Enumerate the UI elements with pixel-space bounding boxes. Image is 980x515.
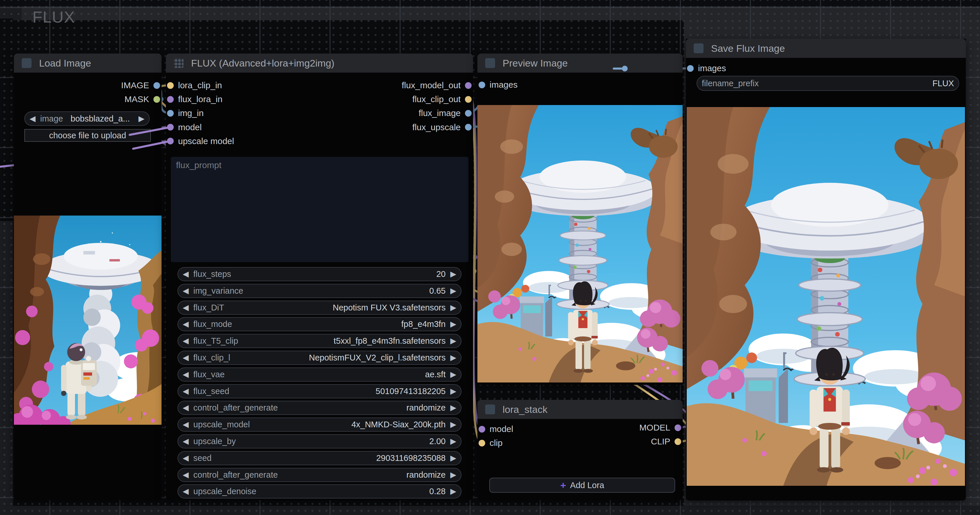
port-label: images	[490, 80, 518, 90]
decrement-arrow-icon[interactable]: ◀	[183, 320, 189, 328]
widget-seed-11[interactable]: ◀seed290311698235088▶	[177, 451, 461, 465]
widget-flux_seed-7[interactable]: ◀flux_seed501097413182205▶	[177, 384, 461, 398]
increment-arrow-icon[interactable]: ▶	[450, 454, 456, 462]
widget-upscale_by-10[interactable]: ◀upscale_by2.00▶	[177, 434, 461, 448]
widget-flux_T5_clip-4[interactable]: ◀flux_T5_clipt5xxl_fp8_e4m3fn.safetensor…	[177, 334, 461, 348]
increment-arrow-icon[interactable]: ▶	[450, 437, 456, 445]
prev-arrow-icon[interactable]: ◀	[30, 115, 36, 123]
increment-arrow-icon[interactable]: ▶	[450, 304, 456, 312]
increment-arrow-icon[interactable]: ▶	[450, 337, 456, 345]
node-save-flux-image[interactable]: Save Flux Image filename_prefix FLUX ima…	[686, 39, 966, 501]
collapse-icon[interactable]	[694, 43, 703, 53]
node-header[interactable]: Preview Image	[477, 54, 682, 73]
widget-flux_vae-6[interactable]: ◀flux_vaeae.sft▶	[177, 368, 461, 382]
increment-arrow-icon[interactable]: ▶	[450, 354, 456, 362]
decrement-arrow-icon[interactable]: ◀	[183, 354, 189, 362]
decrement-arrow-icon[interactable]: ◀	[183, 287, 189, 295]
purple-port-dot-icon[interactable]	[167, 96, 174, 103]
increment-arrow-icon[interactable]: ▶	[450, 371, 456, 379]
output-port-mask[interactable]: MASK	[124, 94, 160, 104]
widget-control_after_generate-12[interactable]: ◀control_after_generaterandomize▶	[177, 468, 461, 482]
input-port-model[interactable]: model	[479, 424, 513, 434]
widget-upscale_model-9[interactable]: ◀upscale_model4x_NMKD-Siax_200k.pth▶	[177, 417, 461, 432]
widget-img_variance-1[interactable]: ◀img_variance0.65▶	[177, 284, 461, 298]
input-port-model[interactable]: model	[167, 122, 202, 132]
output-port-image[interactable]: IMAGE	[121, 81, 160, 90]
next-arrow-icon[interactable]: ▶	[138, 115, 145, 123]
purple-port-dot-icon[interactable]	[675, 425, 681, 431]
purple-port-dot-icon[interactable]	[167, 124, 174, 130]
blue-port-dot-icon[interactable]	[465, 124, 472, 130]
decrement-arrow-icon[interactable]: ◀	[183, 454, 189, 462]
add-lora-button[interactable]: + Add Lora	[489, 478, 675, 493]
increment-arrow-icon[interactable]: ▶	[450, 488, 456, 495]
decrement-arrow-icon[interactable]: ◀	[183, 421, 189, 428]
output-port-flux_model_out[interactable]: flux_model_out	[402, 81, 472, 90]
widget-control_after_generate-8[interactable]: ◀control_after_generaterandomize▶	[177, 401, 461, 415]
node-header[interactable]: lora_stack	[477, 400, 682, 419]
input-port-lora_clip_in[interactable]: lora_clip_in	[167, 81, 222, 90]
image-selector[interactable]: ◀ image bobsblazed_a... ▶	[24, 111, 150, 126]
widget-upscale_denoise-13[interactable]: ◀upscale_denoise0.28▶	[177, 484, 461, 499]
yellow-port-dot-icon[interactable]	[167, 82, 174, 89]
comfyui-canvas[interactable]: FLUX	[0, 0, 980, 515]
increment-arrow-icon[interactable]: ▶	[450, 387, 456, 395]
green-port-dot-icon[interactable]	[153, 96, 160, 103]
input-port-clip[interactable]: clip	[479, 438, 503, 448]
blue-port-dot-icon[interactable]	[167, 110, 174, 117]
output-port-model[interactable]: MODEL	[639, 423, 681, 433]
purple-port-dot-icon[interactable]	[479, 426, 485, 433]
increment-arrow-icon[interactable]: ▶	[450, 404, 456, 412]
increment-arrow-icon[interactable]: ▶	[450, 287, 456, 295]
input-port-images[interactable]: images	[687, 63, 726, 73]
decrement-arrow-icon[interactable]: ◀	[183, 404, 189, 412]
decrement-arrow-icon[interactable]: ◀	[183, 437, 189, 445]
collapse-icon[interactable]	[485, 58, 495, 68]
node-header[interactable]: FLUX (Advanced+lora+img2img)	[166, 54, 473, 73]
input-port-upscale-model[interactable]: upscale model	[167, 136, 234, 146]
output-port-flux_upscale[interactable]: flux_upscale	[412, 122, 472, 132]
output-port-flux_clip_out[interactable]: flux_clip_out	[412, 94, 472, 104]
blue-port-dot-icon[interactable]	[153, 82, 160, 89]
decrement-arrow-icon[interactable]: ◀	[183, 371, 189, 379]
blue-port-dot-icon[interactable]	[465, 110, 472, 117]
input-port-flux_lora_in[interactable]: flux_lora_in	[167, 94, 222, 104]
node-header[interactable]: Load Image	[14, 54, 162, 73]
increment-arrow-icon[interactable]: ▶	[450, 320, 456, 328]
decrement-arrow-icon[interactable]: ◀	[183, 471, 189, 479]
purple-port-dot-icon[interactable]	[167, 138, 174, 144]
node-load-image[interactable]: Load Image ◀ image bobsblazed_a... ▶ cho…	[14, 54, 162, 500]
choose-file-button[interactable]: choose file to upload	[24, 129, 151, 142]
output-port-clip[interactable]: CLIP	[651, 437, 681, 447]
yellow-port-dot-icon[interactable]	[465, 96, 472, 103]
yellow-port-dot-icon[interactable]	[675, 438, 681, 445]
node-header[interactable]: Save Flux Image	[686, 39, 966, 58]
decrement-arrow-icon[interactable]: ◀	[183, 304, 189, 312]
node-preview-image[interactable]: Preview Image images	[477, 54, 682, 385]
node-lora-stack[interactable]: lora_stack + Add Lora modelclipMODELCLIP	[477, 400, 682, 500]
increment-arrow-icon[interactable]: ▶	[450, 471, 456, 479]
yellow-port-dot-icon[interactable]	[479, 440, 485, 447]
widget-flux_clip_l-5[interactable]: ◀flux_clip_lNepotismFUX_V2_clip_l.safete…	[177, 351, 461, 365]
input-port-images[interactable]: images	[479, 80, 518, 90]
input-port-img_in[interactable]: img_in	[167, 108, 204, 118]
blue-port-dot-icon[interactable]	[479, 82, 485, 88]
filename-prefix-widget[interactable]: filename_prefix FLUX	[697, 76, 959, 91]
decrement-arrow-icon[interactable]: ◀	[183, 270, 189, 278]
increment-arrow-icon[interactable]: ▶	[450, 421, 456, 428]
collapse-icon[interactable]	[22, 58, 32, 68]
output-port-flux_image[interactable]: flux_image	[418, 108, 472, 118]
decrement-arrow-icon[interactable]: ◀	[183, 387, 189, 395]
decrement-arrow-icon[interactable]: ◀	[183, 337, 189, 345]
purple-port-dot-icon[interactable]	[465, 82, 472, 89]
node-flux-advanced[interactable]: FLUX (Advanced+lora+img2img) flux_prompt…	[166, 54, 473, 500]
flux-prompt-textarea[interactable]: flux_prompt	[171, 157, 468, 262]
increment-arrow-icon[interactable]: ▶	[450, 270, 456, 278]
blue-port-dot-icon[interactable]	[687, 65, 694, 72]
widget-flux_DiT-2[interactable]: ◀flux_DiTNepotism FUX V3.safetensors▶	[177, 301, 461, 315]
collapse-grid-icon[interactable]	[174, 58, 183, 68]
decrement-arrow-icon[interactable]: ◀	[183, 488, 189, 495]
widget-flux_steps-0[interactable]: ◀flux_steps20▶	[177, 267, 461, 281]
collapse-icon[interactable]	[485, 404, 495, 414]
widget-flux_mode-3[interactable]: ◀flux_modefp8_e4m3fn▶	[177, 317, 461, 331]
